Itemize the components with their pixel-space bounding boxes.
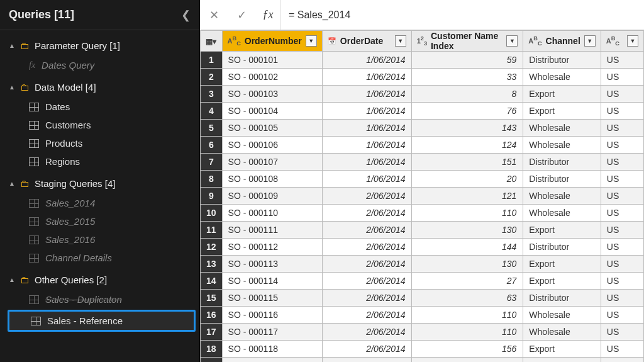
row-number[interactable]: 2: [201, 69, 223, 86]
table-row[interactable]: 9SO - 0001092/06/2014121WholesaleUS: [201, 188, 644, 205]
cell-channel[interactable]: Distributor: [523, 290, 601, 307]
cell-date[interactable]: 2/06/2014: [322, 290, 411, 307]
cell-date[interactable]: 1/06/2014: [322, 171, 411, 188]
cell-date[interactable]: 1/06/2014: [322, 103, 411, 120]
query-item[interactable]: Sales - Duplicaton: [0, 290, 199, 308]
cell-channel[interactable]: Export: [523, 86, 601, 103]
cell-last[interactable]: US: [601, 290, 643, 307]
row-number[interactable]: 8: [201, 171, 223, 188]
fx-icon[interactable]: ƒx: [255, 8, 280, 21]
table-row[interactable]: 16SO - 0001162/06/2014110WholesaleUS: [201, 307, 644, 324]
query-item[interactable]: Sales_2016: [0, 230, 199, 249]
cell-channel[interactable]: Export: [523, 222, 601, 239]
row-number[interactable]: 6: [201, 137, 223, 154]
cell-index[interactable]: 63: [411, 290, 523, 307]
table-row[interactable]: 5SO - 0001051/06/2014143WholesaleUS: [201, 120, 644, 137]
cell-index[interactable]: 20: [411, 171, 523, 188]
cell-date[interactable]: 2/06/2014: [322, 341, 411, 358]
confirm-formula-button[interactable]: ✓: [228, 0, 255, 30]
cell-date[interactable]: 2/06/2014: [322, 324, 411, 341]
cell-index[interactable]: 41: [411, 358, 523, 363]
cell-order[interactable]: SO - 000106: [222, 137, 322, 154]
row-number[interactable]: 16: [201, 307, 223, 324]
query-group[interactable]: ▲🗀Parameter Query [1]: [0, 37, 199, 55]
cell-index[interactable]: 59: [411, 52, 523, 69]
cell-channel[interactable]: Wholesale: [523, 307, 601, 324]
row-number[interactable]: 11: [201, 222, 223, 239]
column-header[interactable]: ABC▼: [601, 31, 643, 52]
cell-last[interactable]: US: [601, 137, 643, 154]
cancel-formula-button[interactable]: ✕: [200, 0, 228, 30]
cell-order[interactable]: SO - 000104: [222, 103, 322, 120]
cell-index[interactable]: 144: [411, 239, 523, 256]
row-number[interactable]: 12: [201, 239, 223, 256]
cell-order[interactable]: SO - 000108: [222, 171, 322, 188]
table-row[interactable]: 12SO - 0001122/06/2014144DistributorUS: [201, 239, 644, 256]
grid-corner[interactable]: ▦▾: [201, 31, 223, 52]
row-number[interactable]: 9: [201, 188, 223, 205]
cell-order[interactable]: SO - 000107: [222, 154, 322, 171]
table-row[interactable]: 10SO - 0001102/06/2014110WholesaleUS: [201, 205, 644, 222]
table-row[interactable]: 8SO - 0001081/06/201420DistributorUS: [201, 171, 644, 188]
query-item[interactable]: Sales_2015: [0, 212, 199, 230]
filter-button[interactable]: ▼: [627, 35, 638, 47]
row-number[interactable]: 3: [201, 86, 223, 103]
cell-order[interactable]: SO - 000105: [222, 120, 322, 137]
cell-channel[interactable]: Distributor: [523, 171, 601, 188]
collapse-sidebar-button[interactable]: ❮: [181, 8, 191, 22]
table-row[interactable]: 3SO - 0001031/06/20148ExportUS: [201, 86, 644, 103]
formula-input[interactable]: [280, 0, 644, 30]
cell-index[interactable]: 143: [411, 120, 523, 137]
cell-last[interactable]: US: [601, 307, 643, 324]
filter-button[interactable]: ▼: [306, 35, 317, 47]
cell-order[interactable]: SO - 000115: [222, 290, 322, 307]
cell-order[interactable]: SO - 000110: [222, 205, 322, 222]
cell-channel[interactable]: Wholesale: [523, 205, 601, 222]
cell-channel[interactable]: Wholesale: [523, 69, 601, 86]
column-header[interactable]: ABCOrderNumber▼: [222, 31, 322, 52]
row-number[interactable]: 15: [201, 290, 223, 307]
cell-index[interactable]: 156: [411, 341, 523, 358]
cell-order[interactable]: SO - 000109: [222, 188, 322, 205]
query-item[interactable]: fxDates Query: [0, 56, 199, 74]
cell-last[interactable]: US: [601, 188, 643, 205]
query-group[interactable]: ▲🗀Data Model [4]: [0, 78, 199, 96]
cell-last[interactable]: US: [601, 69, 643, 86]
cell-last[interactable]: US: [601, 341, 643, 358]
cell-channel[interactable]: Distributor: [523, 52, 601, 69]
cell-last[interactable]: US: [601, 256, 643, 273]
cell-index[interactable]: 110: [411, 324, 523, 341]
cell-order[interactable]: SO - 000116: [222, 307, 322, 324]
cell-channel[interactable]: Distributor: [523, 358, 601, 363]
cell-channel[interactable]: Export: [523, 103, 601, 120]
filter-button[interactable]: ▼: [584, 35, 596, 47]
cell-order[interactable]: SO - 000114: [222, 273, 322, 290]
table-row[interactable]: 15SO - 0001152/06/201463DistributorUS: [201, 290, 644, 307]
cell-channel[interactable]: Export: [523, 341, 601, 358]
cell-last[interactable]: US: [601, 239, 643, 256]
cell-index[interactable]: 8: [411, 86, 523, 103]
cell-last[interactable]: US: [601, 52, 643, 69]
cell-index[interactable]: 130: [411, 222, 523, 239]
cell-channel[interactable]: Wholesale: [523, 188, 601, 205]
row-number[interactable]: 1: [201, 52, 223, 69]
cell-index[interactable]: 110: [411, 205, 523, 222]
cell-channel[interactable]: Distributor: [523, 239, 601, 256]
cell-last[interactable]: US: [601, 273, 643, 290]
row-number[interactable]: 7: [201, 154, 223, 171]
table-row[interactable]: 2SO - 0001021/06/201433WholesaleUS: [201, 69, 644, 86]
cell-last[interactable]: US: [601, 103, 643, 120]
column-header[interactable]: 📅OrderDate▼: [322, 31, 411, 52]
cell-order[interactable]: SO - 000103: [222, 86, 322, 103]
table-row[interactable]: 1SO - 0001011/06/201459DistributorUS: [201, 52, 644, 69]
row-number[interactable]: 5: [201, 120, 223, 137]
cell-channel[interactable]: Export: [523, 273, 601, 290]
cell-date[interactable]: 2/06/2014: [322, 358, 411, 363]
cell-channel[interactable]: Wholesale: [523, 137, 601, 154]
cell-order[interactable]: SO - 000119: [222, 358, 322, 363]
cell-channel[interactable]: Distributor: [523, 154, 601, 171]
filter-button[interactable]: ▼: [506, 35, 518, 47]
cell-last[interactable]: US: [601, 222, 643, 239]
cell-last[interactable]: US: [601, 324, 643, 341]
table-row[interactable]: 11SO - 0001112/06/2014130ExportUS: [201, 222, 644, 239]
